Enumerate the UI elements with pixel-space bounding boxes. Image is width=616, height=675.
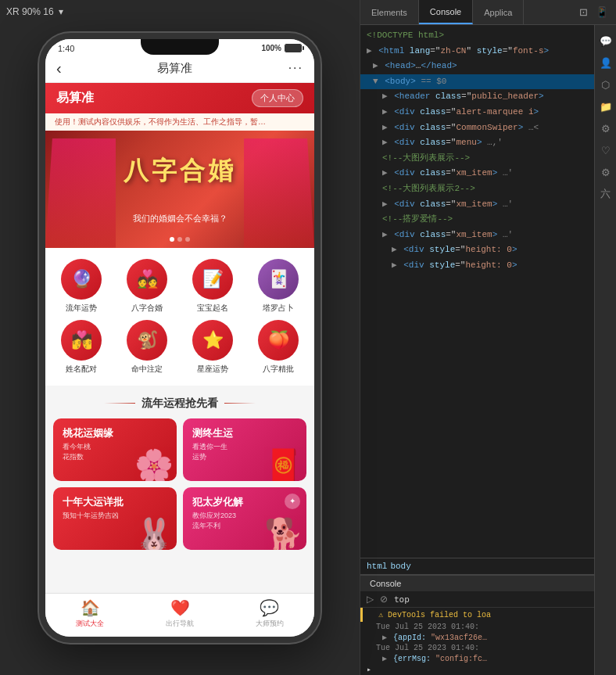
banner-sub-text: 我们的婚姻会不会幸福？ <box>133 213 227 224</box>
console-warning-devtools: ⚠ DevTools failed to loa <box>360 608 594 622</box>
status-right: 100% <box>261 44 302 52</box>
status-time: 1:40 <box>58 44 74 53</box>
card-taohua-text: 桃花运姻缘 看今年桃花指数 <box>63 426 113 462</box>
devtools-elements-tree[interactable]: <!DOCTYPE html> ▶ <html lang="zh-CN" sty… <box>360 25 594 558</box>
console-block-btn[interactable]: ⊘ <box>380 594 388 605</box>
sidebar-icon-message[interactable]: 💬 <box>598 33 614 48</box>
console-play-btn[interactable]: ▷ <box>367 594 374 605</box>
tab-label-dayuyue: 大师预约 <box>256 619 284 629</box>
dt-tab-elements-label: Elements <box>371 8 407 17</box>
sidebar-icon-gear2[interactable]: ⚙ <box>598 164 614 180</box>
card-shinian-sub: 预知十年运势吉凶 <box>63 511 124 521</box>
close-arrow-icon: ▸ <box>367 666 371 674</box>
icon-item-bazijingpi[interactable]: 🍑 八字精批 <box>249 320 308 375</box>
sidebar-icon-settings[interactable]: ⚙ <box>598 120 614 136</box>
app-banner[interactable]: 八字合婚 我们的婚姻会不会幸福？ <box>45 131 314 248</box>
icon-item-mingzhongzhunding[interactable]: 🐒 命中注定 <box>117 320 177 375</box>
tab-icon-message: 💬 <box>260 598 279 617</box>
status-battery-label: 100% <box>261 44 281 52</box>
icon-label-bazihehun: 八字合婚 <box>131 303 163 314</box>
card-fantaisui-text: 犯太岁化解 教你应对2023流年不利 <box>192 495 243 531</box>
dt-xm-item-3[interactable]: ▶ <div class="xm_item> …' <box>360 228 594 243</box>
dt-xm-item-2[interactable]: ▶ <div class="xm_item> …' <box>360 197 594 213</box>
card-ceshengrun-title: 测终生运 <box>192 426 233 440</box>
icon-item-bazihehun[interactable]: 💑 八字合婚 <box>117 259 177 314</box>
icon-item-xingmingpeidui[interactable]: 💏 姓名配对 <box>52 320 111 375</box>
icon-item-taluozhanbu[interactable]: 🃏 塔罗占卜 <box>249 259 308 314</box>
personal-center-button[interactable]: 个人中心 <box>252 89 303 107</box>
dt-head-tag[interactable]: ▶ <head>…</head> <box>360 59 594 74</box>
dt-inspect-icon[interactable]: ⊡ <box>579 6 588 18</box>
back-button[interactable]: ‹ <box>56 59 62 77</box>
phone-notch <box>141 39 219 55</box>
dt-style-div-1[interactable]: ▶ <div style="height: 0> <box>360 242 594 258</box>
section-title: 流年运程抢先看 <box>45 386 314 418</box>
console-log-1[interactable]: Tue Jul 25 2023 01:40: <box>360 622 594 632</box>
icon-item-baobaoqiming[interactable]: 📝 宝宝起名 <box>183 259 242 314</box>
dt-tab-console[interactable]: Console <box>419 0 473 24</box>
battery-fill <box>285 45 301 52</box>
devtools-console: Console ▷ ⊘ top ⚠ DevTools failed to loa… <box>360 575 594 675</box>
app-content[interactable]: 🔮 流年运势 💑 八字合婚 📝 宝宝起名 🃏 塔罗占卜 💏 姓名配 <box>45 248 314 593</box>
console-close-arrow[interactable]: ▸ <box>360 664 594 675</box>
icon-xingzuo: ⭐ <box>192 320 233 361</box>
card-fantaisui[interactable]: 犯太岁化解 教你应对2023流年不利 🐕 ✦ <box>183 487 306 550</box>
card-shinian[interactable]: 十年大运详批 预知十年运势吉凶 🐰 <box>53 487 177 550</box>
dt-body-tag[interactable]: ▼ <body> == $0 <box>360 74 594 90</box>
icon-mingzhong: 🐒 <box>127 320 167 361</box>
sidebar-icon-folder[interactable]: 📁 <box>598 99 614 114</box>
console-tab-label[interactable]: Console <box>370 579 401 588</box>
card-shinian-deco: 🐰 <box>134 516 174 550</box>
card-shinian-title: 十年大运详批 <box>63 495 124 509</box>
more-menu-button[interactable]: ··· <box>288 61 303 75</box>
section-title-text: 流年运程抢先看 <box>141 397 218 411</box>
banner-dots <box>170 237 190 242</box>
icon-label-baobaoqiming: 宝宝起名 <box>197 303 228 314</box>
phone-mockup: 1:40 100% ‹ 易算准 ··· 易算准 个人中心 使用！测试内容仅供娱乐… <box>39 33 321 643</box>
icon-bazihehun: 💑 <box>127 259 167 300</box>
console-input-top[interactable]: top <box>394 594 410 605</box>
dt-menu-div[interactable]: ▶ <div class="menu> …,' <box>360 135 594 151</box>
tab-item-zhongxin[interactable]: ❤️ 出行导航 <box>135 598 225 629</box>
devtools-breadcrumb: html body <box>360 558 594 575</box>
sidebar-icon-cube[interactable]: ⬡ <box>598 77 614 92</box>
browser-dropdown-icon[interactable]: ▾ <box>59 6 63 17</box>
icon-label-mingzhong: 命中注定 <box>131 364 163 375</box>
tab-item-ceshdaquan[interactable]: 🏠 测试大全 <box>45 598 135 629</box>
tab-label-ceshdaquan: 测试大全 <box>76 619 104 629</box>
dt-tab-elements[interactable]: Elements <box>360 0 419 24</box>
card-fantaisui-sub: 教你应对2023流年不利 <box>192 511 243 531</box>
dt-xm-item-1[interactable]: ▶ <div class="xm_item> …' <box>360 166 594 181</box>
tab-icon-home: 🏠 <box>81 598 100 617</box>
banner-dot-2 <box>177 237 182 242</box>
dt-comment-list1: <!--大图列表展示--> <box>360 151 594 167</box>
warning-triangle-icon: ⚠ <box>378 611 388 619</box>
card-taohua-title: 桃花运姻缘 <box>63 426 113 440</box>
dt-swiper-div[interactable]: ▶ <div class="CommonSwiper> …< <box>360 120 594 136</box>
dt-tab-applica[interactable]: Applica <box>473 0 524 24</box>
console-log-2-content[interactable]: ▶ {errMsg: "config:fc… <box>360 653 594 664</box>
tab-item-dayuyue[interactable]: 💬 大师预约 <box>224 598 314 629</box>
dt-device-icon[interactable]: 📱 <box>596 6 608 18</box>
dt-alert-div[interactable]: ▶ <div class="alert-marquee i> <box>360 105 594 120</box>
sidebar-icon-six[interactable]: 六 <box>598 186 614 202</box>
console-log-1-content[interactable]: ▶ {appId: "wx13acf26e… <box>360 632 594 643</box>
icon-item-liuyun[interactable]: 🔮 流年运势 <box>52 259 111 314</box>
share-button[interactable]: ✦ <box>285 494 300 509</box>
dt-html-tag[interactable]: ▶ <html lang="zh-CN" style="font-s> <box>360 44 594 59</box>
dt-style-div-2[interactable]: ▶ <div style="height: 0> <box>360 258 594 274</box>
breadcrumb-html[interactable]: html <box>367 562 387 571</box>
card-taohua[interactable]: 桃花运姻缘 看今年桃花指数 🌸 <box>53 418 177 481</box>
sidebar-icon-heart[interactable]: ♡ <box>598 142 614 158</box>
dt-header-tag[interactable]: ▶ <header class="public_header> <box>360 89 594 105</box>
phone-area: XR 90% 16 ▾ 1:40 100% ‹ 易算准 ··· 易算准 个人中心 <box>0 0 360 675</box>
console-log-2[interactable]: Tue Jul 25 2023 01:40: <box>360 643 594 653</box>
dt-comment-taoluo: <!--搭罗爱情--> <box>360 212 594 228</box>
icon-label-xingzuo: 星座运势 <box>197 364 228 375</box>
icon-liuyun: 🔮 <box>61 259 102 300</box>
card-ceshengrun[interactable]: 测终生运 看透你一生运势 🧧 <box>183 418 306 481</box>
icon-item-xingzuoyunshi[interactable]: ⭐ 星座运势 <box>183 320 242 375</box>
card-fantaisui-deco: 🐕 <box>264 516 303 550</box>
nav-title: 易算准 <box>157 61 192 76</box>
sidebar-icon-user[interactable]: 👤 <box>598 55 614 70</box>
